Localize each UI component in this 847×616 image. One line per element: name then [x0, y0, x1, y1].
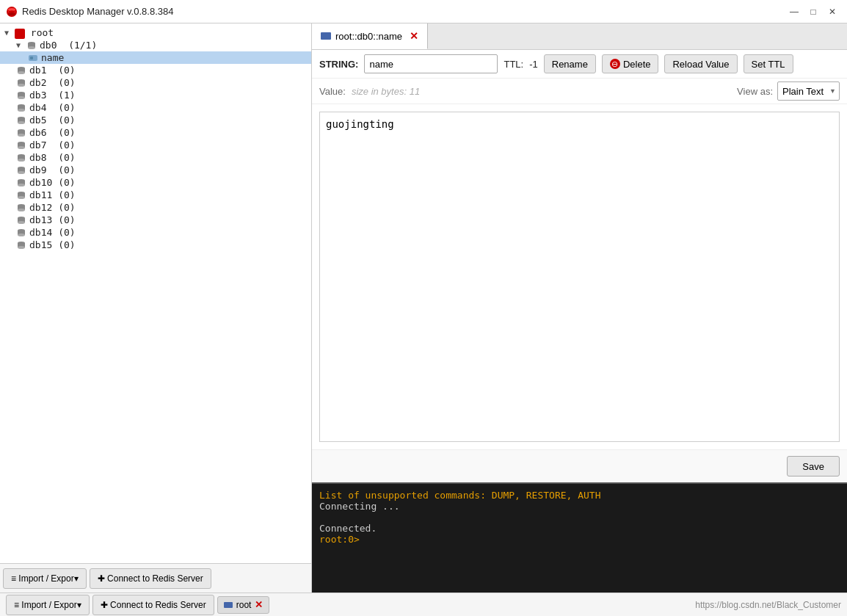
- tree-item-db2[interactable]: db2 (0): [0, 76, 311, 89]
- tree-label-db0: db0 (1/1): [40, 40, 97, 51]
- tree-item-db9[interactable]: db9 (0): [0, 164, 311, 176]
- tree-label-root: root: [31, 27, 54, 38]
- status-url: https://blog.csdn.net/Black_Customer: [695, 600, 841, 610]
- svg-point-50: [18, 233, 25, 236]
- svg-point-38: [18, 184, 25, 186]
- left-bottom-bar: ≡ Import / Expor▾ ✚ Connect to Redis Ser…: [0, 563, 311, 593]
- app-title: Redis Desktop Manager v.0.8.8.384: [22, 6, 785, 17]
- tree-item-db14[interactable]: db14 (0): [0, 226, 311, 239]
- import-export-button[interactable]: ≡ Import / Expor▾: [3, 568, 87, 589]
- tree-item-db7[interactable]: db7 (0): [0, 139, 311, 151]
- delete-button[interactable]: ⊖ Delete: [602, 54, 659, 73]
- db6-icon: [16, 128, 26, 138]
- value-area: STRING: TTL: -1 Rename ⊖ Delete Reload V…: [312, 50, 847, 482]
- maximize-button[interactable]: □: [804, 4, 822, 19]
- bottom-tab-icon: [224, 602, 233, 608]
- value-editor[interactable]: guojingting: [319, 112, 840, 442]
- console-line-4: Connected.: [319, 523, 840, 534]
- svg-point-11: [18, 71, 25, 74]
- svg-point-47: [18, 221, 25, 224]
- main-layout: ▼ root ▼ db0 (1/1): [0, 23, 847, 593]
- close-button[interactable]: ✕: [824, 4, 841, 19]
- svg-point-17: [18, 96, 25, 99]
- tree-item-db0[interactable]: ▼ db0 (1/1): [0, 39, 311, 51]
- bottom-tab-root[interactable]: root ✕: [217, 596, 270, 614]
- connect-button[interactable]: ✚ Connect to Redis Server: [90, 568, 211, 589]
- right-panel: root::db0::name ✕ STRING: TTL: -1 Rename…: [312, 23, 847, 593]
- editor-area[interactable]: guojingting: [312, 104, 847, 449]
- console-prompt: root:0>: [319, 534, 840, 545]
- set-ttl-button[interactable]: Set TTL: [744, 54, 793, 73]
- expand-arrow-root: ▼: [4, 29, 13, 37]
- left-panel: ▼ root ▼ db0 (1/1): [0, 23, 312, 593]
- rename-button[interactable]: Rename: [544, 54, 596, 73]
- reload-value-button[interactable]: Reload Value: [664, 54, 737, 73]
- svg-rect-8: [30, 57, 33, 59]
- tree-item-db8[interactable]: db8 (0): [0, 151, 311, 164]
- save-row: Save: [312, 449, 847, 482]
- svg-point-3: [8, 12, 15, 15]
- tab-close-button[interactable]: ✕: [410, 30, 418, 42]
- bottom-tab-label: root: [236, 600, 252, 610]
- viewas-select-wrap: Plain Text JSON HEX Binary Msgpack: [777, 81, 840, 101]
- svg-point-53: [18, 246, 25, 249]
- title-bar: Redis Desktop Manager v.0.8.8.384 — □ ✕: [0, 0, 847, 23]
- db10-icon: [16, 178, 26, 188]
- tree-item-db13[interactable]: db13 (0): [0, 214, 311, 226]
- ttl-value: -1: [529, 59, 538, 70]
- svg-point-20: [18, 109, 25, 112]
- svg-point-41: [18, 196, 25, 199]
- tree-item-db6[interactable]: db6 (0): [0, 126, 311, 139]
- tree-item-db15[interactable]: db15 (0): [0, 239, 311, 251]
- key-input[interactable]: [364, 54, 498, 73]
- tree-area[interactable]: ▼ root ▼ db0 (1/1): [0, 23, 311, 563]
- bottom-tab-close[interactable]: ✕: [255, 599, 263, 610]
- key-icon-name: [28, 53, 38, 63]
- status-left: ≡ Import / Expor▾ ✚ Connect to Redis Ser…: [6, 595, 269, 615]
- save-button[interactable]: Save: [787, 456, 840, 477]
- minimize-button[interactable]: —: [785, 4, 803, 19]
- db2-icon: [16, 78, 26, 88]
- tree-item-db11[interactable]: db11 (0): [0, 189, 311, 201]
- active-tab[interactable]: root::db0::name ✕: [312, 23, 428, 49]
- db12-icon: [16, 203, 26, 213]
- tree-item-name[interactable]: name: [0, 51, 311, 64]
- tree-item-root[interactable]: ▼ root: [0, 26, 311, 39]
- console-line-2: Connecting ...: [319, 501, 840, 512]
- db1-icon: [16, 65, 26, 76]
- svg-point-35: [18, 171, 25, 174]
- svg-point-44: [18, 209, 25, 211]
- db5-icon: [16, 115, 26, 126]
- tab-label: root::db0::name: [335, 31, 402, 42]
- tree-item-db3[interactable]: db3 (1): [0, 89, 311, 101]
- delete-icon: ⊖: [610, 59, 620, 69]
- viewas-right: View as: Plain Text JSON HEX Binary Msgp…: [737, 81, 840, 101]
- db8-icon: [16, 153, 26, 163]
- value-label: Value:: [319, 86, 346, 97]
- db14-icon: [16, 228, 26, 238]
- size-hint: size in bytes: 11: [352, 86, 731, 97]
- svg-point-23: [18, 121, 25, 124]
- bottom-status-bar: ≡ Import / Expor▾ ✚ Connect to Redis Ser…: [0, 593, 847, 616]
- viewas-select[interactable]: Plain Text JSON HEX Binary Msgpack: [777, 81, 840, 101]
- connect-bottom-button[interactable]: ✚ Connect to Redis Server: [92, 595, 214, 615]
- svg-point-14: [18, 84, 25, 87]
- app-logo: [6, 6, 18, 18]
- ttl-label: TTL:: [504, 59, 523, 70]
- import-export-bottom-button[interactable]: ≡ Import / Expor▾: [6, 595, 90, 615]
- db4-icon: [16, 103, 26, 113]
- tree-item-db12[interactable]: db12 (0): [0, 201, 311, 214]
- tree-item-db5[interactable]: db5 (0): [0, 114, 311, 126]
- window-controls: — □ ✕: [785, 4, 841, 19]
- db15-icon: [16, 240, 26, 250]
- db13-icon: [16, 215, 26, 225]
- db7-icon: [16, 140, 26, 151]
- viewas-row: Value: size in bytes: 11 View as: Plain …: [312, 79, 847, 104]
- tree-item-db4[interactable]: db4 (0): [0, 101, 311, 114]
- tree-item-db1[interactable]: db1 (0): [0, 64, 311, 76]
- db9-icon: [16, 165, 26, 175]
- tree-item-db10[interactable]: db10 (0): [0, 176, 311, 189]
- console-area: List of unsupported commands: DUMP, REST…: [312, 482, 847, 593]
- viewas-label: View as:: [737, 86, 773, 97]
- console-line-1: List of unsupported commands: DUMP, REST…: [319, 490, 840, 501]
